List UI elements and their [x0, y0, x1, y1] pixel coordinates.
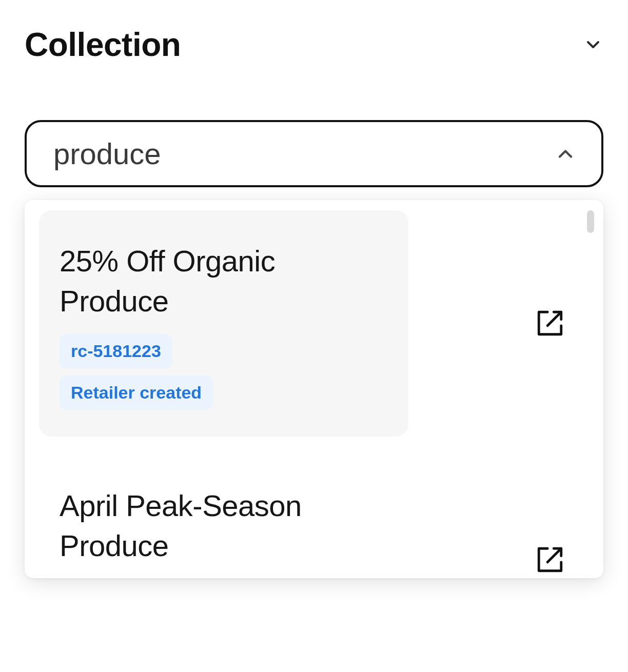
- open-external-icon[interactable]: [532, 541, 568, 578]
- collection-combobox: 25% Off Organic Produce rc-5181223 Retai…: [25, 120, 603, 187]
- option-badges: rc-5181223 Retailer created: [60, 334, 390, 410]
- option-code-badge: rc-5181223: [60, 334, 172, 368]
- combobox-dropdown: 25% Off Organic Produce rc-5181223 Retai…: [25, 200, 603, 578]
- section-header: Collection: [25, 26, 603, 64]
- collection-search-input[interactable]: [53, 136, 554, 171]
- chevron-up-icon[interactable]: [554, 143, 577, 165]
- combobox-input-container[interactable]: [25, 120, 603, 187]
- dropdown-option[interactable]: 25% Off Organic Produce rc-5181223 Retai…: [39, 210, 568, 437]
- option-title: 25% Off Organic Produce: [60, 241, 390, 322]
- option-title: April Peak-Season Produce: [60, 486, 390, 566]
- dropdown-option[interactable]: April Peak-Season Produce: [39, 455, 568, 579]
- option-card: 25% Off Organic Produce rc-5181223 Retai…: [39, 210, 408, 437]
- scrollbar-thumb[interactable]: [587, 210, 594, 233]
- option-tag-badge: Retailer created: [60, 375, 213, 410]
- section-title: Collection: [25, 26, 181, 64]
- option-card: April Peak-Season Produce: [39, 455, 408, 579]
- chevron-down-icon[interactable]: [583, 34, 603, 55]
- open-external-icon[interactable]: [532, 305, 568, 342]
